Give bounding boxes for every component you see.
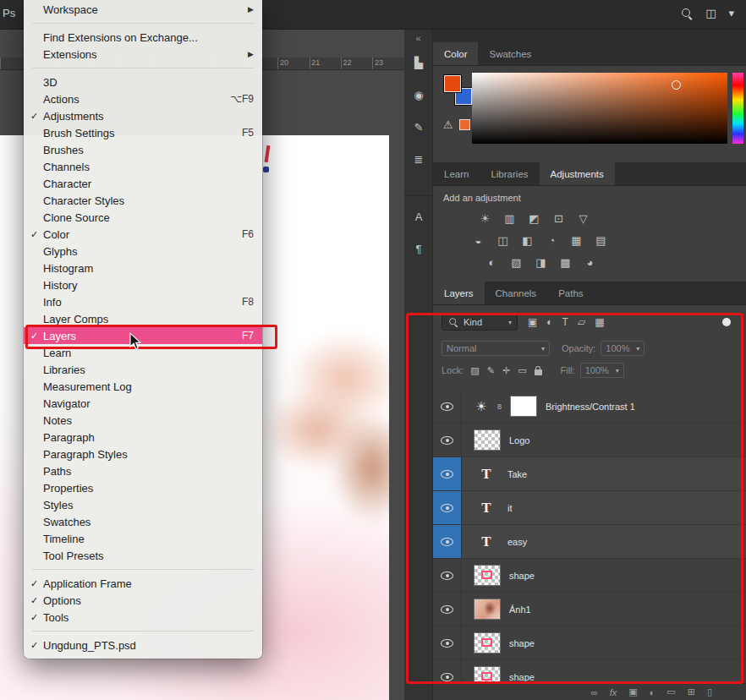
- layer-mask-thumbnail[interactable]: [510, 396, 537, 417]
- menu-item-learn[interactable]: Learn: [24, 344, 262, 361]
- visibility-toggle[interactable]: [433, 424, 462, 457]
- lock-all-icon[interactable]: [535, 369, 542, 375]
- menu-item-history[interactable]: History: [24, 276, 262, 293]
- color-gradient-field[interactable]: [472, 73, 727, 144]
- clone-source-panel-icon[interactable]: ≣: [404, 146, 433, 172]
- chevron-down-icon[interactable]: ▾: [728, 7, 734, 20]
- fill-select[interactable]: 100% ▾: [580, 363, 624, 378]
- layer-row-shape[interactable]: shape: [433, 626, 746, 660]
- channel-mixer-icon[interactable]: ▦: [568, 232, 584, 249]
- link-layers-icon[interactable]: ∞: [591, 687, 598, 697]
- search-icon[interactable]: [681, 8, 693, 19]
- menu-item-paths[interactable]: Paths: [24, 462, 262, 479]
- brightness-contrast-icon[interactable]: ☀: [477, 211, 493, 227]
- character-panel-icon[interactable]: A: [404, 195, 433, 229]
- menu-item-brush-settings[interactable]: Brush SettingsF5: [24, 124, 262, 141]
- lock-paint-icon[interactable]: ✎: [487, 365, 495, 376]
- exposure-icon[interactable]: ⊡: [551, 211, 567, 227]
- hue-slider[interactable]: [732, 73, 743, 144]
- menu-item-swatches[interactable]: Swatches: [24, 513, 262, 530]
- layer-row-nh1[interactable]: Ảnh1: [433, 593, 746, 626]
- menu-item-timeline[interactable]: Timeline: [24, 530, 262, 547]
- menu-item-3d[interactable]: 3D: [24, 74, 262, 90]
- blend-mode-select[interactable]: Normal ▾: [442, 341, 550, 356]
- menu-item-character-styles[interactable]: Character Styles: [24, 192, 262, 209]
- layer-row-shape[interactable]: shape: [433, 559, 746, 593]
- paragraph-panel-icon[interactable]: ¶: [404, 236, 433, 261]
- menu-item-histogram[interactable]: Histogram: [24, 260, 262, 276]
- menu-item-ungdung-pts-psd[interactable]: ✓Ungdung_PTS.psd: [24, 637, 262, 654]
- levels-icon[interactable]: ▥: [502, 211, 518, 227]
- layer-row-logo[interactable]: Logo: [433, 424, 746, 457]
- menu-item-options[interactable]: ✓Options: [24, 592, 262, 609]
- menu-item-color[interactable]: ✓ColorF6: [24, 226, 262, 243]
- filter-toggle[interactable]: [722, 318, 731, 326]
- new-adjustment-layer-icon[interactable]: ◐: [650, 687, 655, 697]
- brush-settings-panel-icon[interactable]: ✎: [404, 114, 433, 139]
- hue-saturation-icon[interactable]: ◒: [470, 232, 486, 249]
- gamut-color-swatch[interactable]: [459, 119, 470, 130]
- menu-item-brushes[interactable]: Brushes: [24, 141, 262, 158]
- menu-item-application-frame[interactable]: ✓Application Frame: [24, 575, 262, 592]
- menu-item-adjustments[interactable]: ✓Adjustments: [24, 107, 262, 124]
- menu-item-paragraph-styles[interactable]: Paragraph Styles: [24, 446, 262, 462]
- menu-item-libraries[interactable]: Libraries: [24, 361, 262, 378]
- menu-item-find-extensions-on-exchange[interactable]: Find Extensions on Exchange...: [24, 29, 262, 46]
- menu-item-workspace[interactable]: Workspace▶: [24, 1, 262, 18]
- menu-item-actions[interactable]: Actions⌥F9: [24, 90, 262, 107]
- menu-item-channels[interactable]: Channels: [24, 158, 262, 175]
- layers-tab-channels[interactable]: Channels: [485, 282, 548, 304]
- menu-item-navigator[interactable]: Navigator: [24, 395, 262, 412]
- visibility-toggle[interactable]: [433, 457, 462, 490]
- menu-item-clone-source[interactable]: Clone Source: [24, 209, 262, 226]
- menu-item-notes[interactable]: Notes: [24, 412, 262, 429]
- menu-item-properties[interactable]: Properties: [24, 479, 262, 496]
- adjustments-tab-libraries[interactable]: Libraries: [480, 162, 539, 185]
- menu-item-paragraph[interactable]: Paragraph: [24, 429, 262, 446]
- layer-thumbnail[interactable]: [474, 632, 501, 654]
- photo-filter-icon[interactable]: ◔: [544, 232, 560, 249]
- visibility-toggle[interactable]: [433, 390, 462, 423]
- foreground-color-swatch[interactable]: [443, 74, 462, 93]
- layer-thumbnail[interactable]: [474, 565, 501, 586]
- color-tab-color[interactable]: Color: [433, 42, 478, 65]
- color-balance-icon[interactable]: ◫: [495, 232, 511, 249]
- color-picker-marker[interactable]: [672, 80, 681, 90]
- add-layer-mask-icon[interactable]: ▣: [628, 686, 637, 697]
- curves-icon[interactable]: ◩: [526, 211, 542, 227]
- histogram-panel-icon[interactable]: ▙: [404, 50, 433, 75]
- filter-pixel-layers-icon[interactable]: ▣: [528, 316, 537, 328]
- menu-item-tool-presets[interactable]: Tool Presets: [24, 547, 262, 564]
- black-white-icon[interactable]: ◧: [519, 232, 535, 249]
- adjustments-tab-adjustments[interactable]: Adjustments: [540, 162, 615, 185]
- menu-item-tools[interactable]: ✓Tools: [24, 609, 262, 626]
- delete-layer-icon[interactable]: ▯: [707, 686, 712, 697]
- gradient-map-icon[interactable]: ▩: [557, 254, 573, 271]
- filter-kind-select[interactable]: Kind ▾: [442, 314, 518, 331]
- filter-adjustment-layers-icon[interactable]: ◐: [546, 316, 552, 328]
- layer-effects-icon[interactable]: fx: [610, 687, 617, 697]
- gamut-warning-icon[interactable]: ⚠: [443, 118, 453, 131]
- menu-item-info[interactable]: InfoF8: [24, 293, 262, 310]
- info-panel-icon[interactable]: ◉: [404, 82, 433, 107]
- selective-color-icon[interactable]: ◕: [582, 254, 598, 271]
- adjustments-tab-learn[interactable]: Learn: [433, 162, 480, 185]
- color-tab-swatches[interactable]: Swatches: [478, 42, 542, 65]
- menu-item-glyphs[interactable]: Glyphs: [24, 243, 262, 260]
- lock-transparency-icon[interactable]: ▨: [470, 365, 479, 376]
- lock-artboard-icon[interactable]: ▭: [518, 365, 526, 376]
- menu-item-styles[interactable]: Styles: [24, 496, 262, 513]
- menu-item-layers[interactable]: ✓LayersF7: [24, 327, 262, 344]
- visibility-toggle[interactable]: [433, 593, 462, 626]
- layer-row-brightness-contrast-1[interactable]: ☀8Brightness/Contrast 1: [433, 390, 746, 424]
- layer-thumbnail[interactable]: [474, 599, 501, 620]
- visibility-toggle[interactable]: [433, 525, 462, 558]
- panel-toggle-icon[interactable]: ◫: [705, 7, 716, 20]
- layer-row-it[interactable]: Tit: [433, 491, 746, 525]
- layer-row-easy[interactable]: Teasy: [433, 525, 746, 559]
- menu-item-measurement-log[interactable]: Measurement Log: [24, 378, 262, 395]
- filter-shape-layers-icon[interactable]: ▱: [578, 316, 585, 328]
- visibility-toggle[interactable]: [433, 559, 462, 592]
- invert-icon[interactable]: ◐: [484, 254, 500, 271]
- filter-type-layers-icon[interactable]: T: [562, 316, 568, 328]
